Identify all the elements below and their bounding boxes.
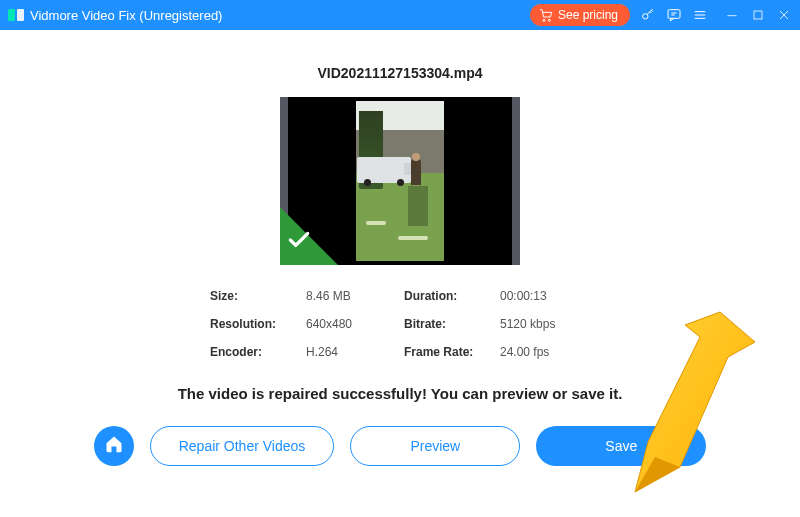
checkmark-icon — [286, 227, 312, 257]
thumbnail-detail — [398, 236, 428, 240]
titlebar: Vidmore Video Fix (Unregistered) See pri… — [0, 0, 800, 30]
action-row: Repair Other Videos Preview Save — [94, 426, 707, 466]
save-label: Save — [605, 438, 637, 454]
preview-frame-bar — [512, 97, 520, 265]
svg-rect-3 — [668, 10, 680, 19]
maximize-icon[interactable] — [750, 7, 766, 23]
preview-button[interactable]: Preview — [350, 426, 520, 466]
info-framerate-value: 24.00 fps — [500, 345, 590, 359]
app-title: Vidmore Video Fix (Unregistered) — [30, 8, 222, 23]
info-resolution-label: Resolution: — [210, 317, 298, 331]
svg-point-0 — [543, 19, 545, 21]
pricing-label: See pricing — [558, 8, 618, 22]
video-preview[interactable] — [280, 97, 520, 265]
video-thumbnail — [356, 101, 444, 261]
svg-rect-4 — [754, 11, 762, 19]
repair-other-label: Repair Other Videos — [179, 438, 306, 454]
see-pricing-button[interactable]: See pricing — [530, 4, 630, 26]
save-button[interactable]: Save — [536, 426, 706, 466]
titlebar-right: See pricing — [530, 4, 792, 26]
feedback-icon[interactable] — [666, 7, 682, 23]
info-size-value: 8.46 MB — [306, 289, 396, 303]
status-message: The video is repaired successfully! You … — [178, 385, 623, 402]
preview-label: Preview — [410, 438, 460, 454]
info-encoder-label: Encoder: — [210, 345, 298, 359]
key-icon[interactable] — [640, 7, 656, 23]
info-encoder-value: H.264 — [306, 345, 396, 359]
file-name: VID20211127153304.mp4 — [317, 65, 482, 81]
titlebar-left: Vidmore Video Fix (Unregistered) — [8, 7, 222, 23]
home-icon — [104, 434, 124, 458]
info-size-label: Size: — [210, 289, 298, 303]
thumbnail-detail — [411, 159, 421, 185]
info-bitrate-value: 5120 kbps — [500, 317, 590, 331]
thumbnail-detail — [408, 186, 428, 226]
info-framerate-label: Frame Rate: — [404, 345, 492, 359]
info-bitrate-label: Bitrate: — [404, 317, 492, 331]
thumbnail-detail — [357, 157, 411, 183]
video-info-grid: Size: 8.46 MB Duration: 00:00:13 Resolut… — [210, 289, 590, 359]
close-icon[interactable] — [776, 7, 792, 23]
thumbnail-detail — [366, 221, 386, 225]
home-button[interactable] — [94, 426, 134, 466]
repair-other-videos-button[interactable]: Repair Other Videos — [150, 426, 335, 466]
svg-point-1 — [548, 19, 550, 21]
info-duration-value: 00:00:13 — [500, 289, 590, 303]
cart-icon — [538, 7, 554, 23]
minimize-icon[interactable] — [724, 7, 740, 23]
menu-icon[interactable] — [692, 7, 708, 23]
svg-point-2 — [643, 14, 648, 19]
main-content: VID20211127153304.mp4 Size: 8.46 MB Dura… — [0, 30, 800, 466]
app-logo-icon — [8, 7, 24, 23]
info-resolution-value: 640x480 — [306, 317, 396, 331]
info-duration-label: Duration: — [404, 289, 492, 303]
